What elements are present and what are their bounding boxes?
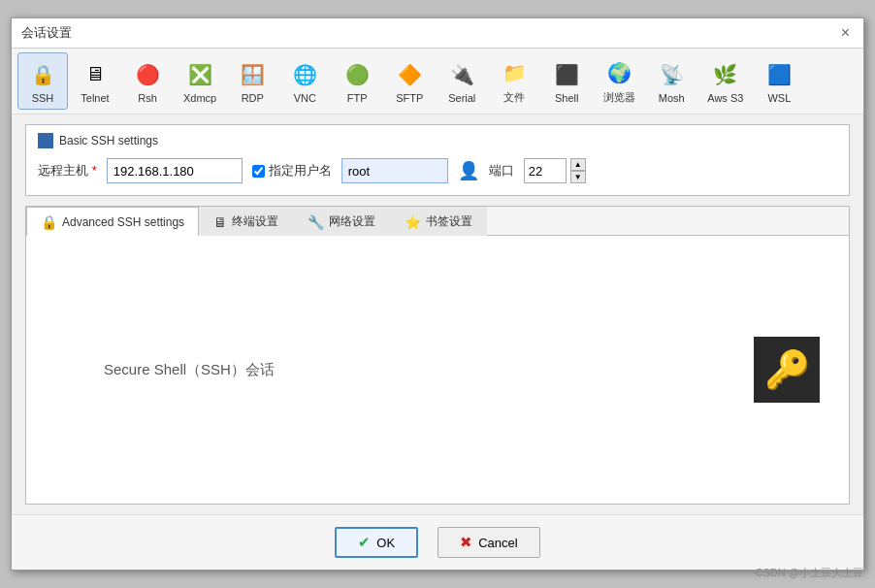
- key-icon: 🔑: [764, 348, 810, 391]
- footer: ✔ OK ✖ Cancel: [12, 514, 863, 570]
- username-input[interactable]: [341, 158, 448, 183]
- proto-item-file[interactable]: 📁 文件: [489, 52, 539, 110]
- close-button[interactable]: ×: [837, 25, 854, 41]
- proto-item-rdp[interactable]: 🪟 RDP: [227, 52, 277, 110]
- proto-label-shell: Shell: [555, 92, 578, 104]
- proto-label-telnet: Telnet: [81, 92, 109, 104]
- title-bar: 会话设置 ×: [12, 18, 863, 49]
- proto-label-awss3: Aws S3: [707, 92, 743, 104]
- port-input[interactable]: [524, 158, 567, 183]
- tab-network[interactable]: 🔧 网络设置: [293, 207, 390, 236]
- proto-label-rdp: RDP: [242, 92, 264, 104]
- proto-icon-shell: ⬛: [551, 59, 582, 90]
- proto-label-ssh: SSH: [32, 92, 54, 104]
- proto-label-wsl: WSL: [767, 92, 791, 104]
- proto-icon-serial: 🔌: [446, 59, 477, 90]
- proto-icon-sftp: 🔶: [394, 59, 425, 90]
- proto-item-awss3[interactable]: 🌿 Aws S3: [698, 52, 752, 110]
- proto-label-vnc: VNC: [294, 92, 316, 104]
- proto-item-xdmcp[interactable]: ❎ Xdmcp: [175, 52, 225, 110]
- cancel-icon: ✖: [460, 534, 472, 551]
- proto-icon-vnc: 🌐: [289, 59, 320, 90]
- dialog-title: 会话设置: [21, 24, 72, 42]
- proto-item-sftp[interactable]: 🔶 SFTP: [384, 52, 435, 110]
- tab-label-advanced: Advanced SSH settings: [62, 215, 184, 229]
- tab-icon-network: 🔧: [308, 214, 324, 230]
- proto-label-sftp: SFTP: [396, 92, 423, 104]
- proto-icon-ftp: 🟢: [341, 59, 373, 90]
- proto-label-browser: 浏览器: [603, 90, 635, 105]
- tab-label-network: 网络设置: [329, 213, 375, 230]
- proto-icon-rsh: 🔴: [132, 59, 163, 90]
- proto-icon-mosh: 📡: [656, 59, 687, 90]
- proto-item-ssh[interactable]: 🔒 SSH: [17, 52, 68, 110]
- proto-label-file: 文件: [503, 90, 525, 105]
- proto-label-serial: Serial: [448, 92, 475, 104]
- tab-label-bookmark: 书签设置: [426, 213, 472, 230]
- tab-label-terminal: 终端设置: [232, 213, 278, 230]
- key-icon-box: 🔑: [754, 337, 820, 403]
- port-up-button[interactable]: ▲: [570, 158, 586, 171]
- host-label: 远程主机 *: [38, 162, 97, 180]
- proto-item-vnc[interactable]: 🌐 VNC: [279, 52, 330, 110]
- ssh-description: Secure Shell（SSH）会话: [104, 361, 275, 379]
- proto-icon-wsl: 🟦: [763, 59, 794, 90]
- port-label: 端口: [489, 162, 514, 180]
- basic-panel-title-text: Basic SSH settings: [59, 134, 158, 147]
- proto-label-rsh: Rsh: [138, 92, 157, 104]
- ok-button[interactable]: ✔ OK: [335, 527, 418, 558]
- proto-icon-awss3: 🌿: [710, 59, 741, 90]
- tab-terminal[interactable]: 🖥 终端设置: [199, 207, 293, 236]
- tab-bookmark[interactable]: ⭐ 书签设置: [390, 207, 487, 236]
- proto-label-xdmcp: Xdmcp: [183, 92, 216, 104]
- tab-advanced[interactable]: 🔒 Advanced SSH settings: [26, 207, 199, 236]
- tab-bar: 🔒 Advanced SSH settings 🖥 终端设置 🔧 网络设置 ⭐ …: [26, 207, 849, 236]
- tab-icon-advanced: 🔒: [41, 214, 57, 230]
- proto-icon-rdp: 🪟: [237, 59, 268, 90]
- proto-item-shell[interactable]: ⬛ Shell: [541, 52, 592, 110]
- tab-content: Secure Shell（SSH）会话 🔑: [26, 236, 849, 504]
- host-input[interactable]: [107, 158, 243, 183]
- proto-icon-browser: 🌍: [603, 57, 634, 88]
- user-icon-button[interactable]: 👤: [458, 162, 479, 180]
- proto-icon-ssh: 🔒: [27, 59, 58, 90]
- port-spinner: ▲ ▼: [570, 158, 586, 183]
- proto-item-serial[interactable]: 🔌 Serial: [437, 52, 487, 110]
- proto-item-ftp[interactable]: 🟢 FTP: [332, 52, 382, 110]
- panel-fields: 远程主机 * 指定用户名 👤 端口 ▲ ▼: [38, 158, 837, 183]
- proto-item-rsh[interactable]: 🔴 Rsh: [122, 52, 173, 110]
- proto-icon-telnet: 🖥: [80, 59, 111, 90]
- specify-user-checkbox[interactable]: [252, 165, 265, 178]
- proto-item-browser[interactable]: 🌍 浏览器: [594, 52, 644, 110]
- proto-icon-xdmcp: ❎: [184, 59, 215, 90]
- watermark: CSDN @小土豆大土豆: [756, 566, 863, 580]
- specify-user-checkbox-label[interactable]: 指定用户名: [252, 162, 332, 180]
- proto-item-wsl[interactable]: 🟦 WSL: [754, 52, 804, 110]
- basic-panel-title: Basic SSH settings: [38, 133, 837, 148]
- content-area: Basic SSH settings 远程主机 * 指定用户名 👤 端口: [12, 114, 863, 514]
- panel-title-icon: [38, 133, 53, 148]
- protocol-toolbar: 🔒 SSH 🖥 Telnet 🔴 Rsh ❎ Xdmcp 🪟 RDP 🌐 VNC…: [12, 49, 863, 114]
- proto-label-mosh: Mosh: [659, 92, 685, 104]
- basic-settings-panel: Basic SSH settings 远程主机 * 指定用户名 👤 端口: [25, 124, 850, 196]
- port-group: ▲ ▼: [524, 158, 586, 183]
- tab-icon-bookmark: ⭐: [405, 214, 421, 230]
- tab-icon-terminal: 🖥: [213, 214, 227, 230]
- cancel-button[interactable]: ✖ Cancel: [438, 527, 539, 558]
- session-dialog: 会话设置 × 🔒 SSH 🖥 Telnet 🔴 Rsh ❎ Xdmcp 🪟 RD…: [11, 17, 864, 571]
- proto-item-telnet[interactable]: 🖥 Telnet: [70, 52, 120, 110]
- port-down-button[interactable]: ▼: [570, 171, 586, 183]
- proto-item-mosh[interactable]: 📡 Mosh: [646, 52, 697, 110]
- proto-icon-file: 📁: [499, 57, 530, 88]
- ok-icon: ✔: [358, 534, 371, 551]
- proto-label-ftp: FTP: [347, 92, 368, 104]
- advanced-settings-panel: 🔒 Advanced SSH settings 🖥 终端设置 🔧 网络设置 ⭐ …: [25, 206, 850, 505]
